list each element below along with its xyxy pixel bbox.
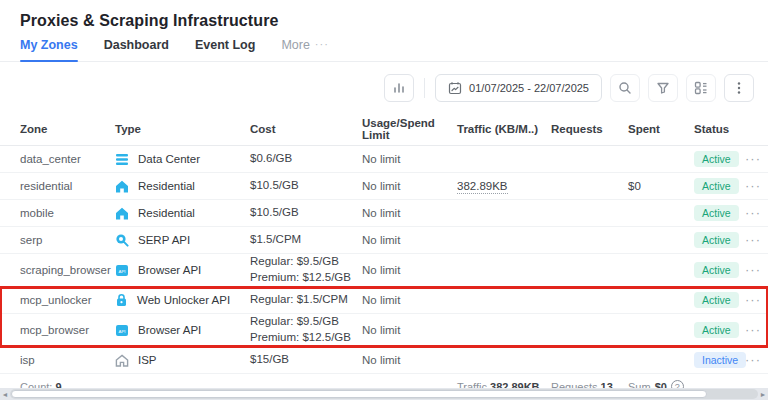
house-icon (115, 180, 129, 193)
column-header: Cost (250, 123, 362, 135)
status-badge: Inactive (694, 352, 746, 368)
zone-type-label: Web Unlocker API (137, 294, 230, 306)
zone-type-label: Residential (138, 207, 195, 219)
svg-text:API: API (118, 328, 125, 333)
server-icon (115, 153, 129, 166)
table-row[interactable]: mcp_browserAPIBrowser APIRegular: $9.5/G… (0, 314, 768, 347)
table-row[interactable]: data_centerData Center$0.6/GBNo limitAct… (0, 146, 768, 173)
table-header-row: ZoneTypeCostUsage/Spend LimitTraffic (KB… (0, 112, 768, 146)
column-header: Requests (551, 123, 628, 135)
zone-cost: $10.5/GB (250, 205, 362, 221)
horizontal-scrollbar[interactable]: ◄ ► (0, 388, 768, 400)
zone-type: SERP API (115, 233, 250, 247)
zone-type-label: Browser API (138, 264, 201, 276)
table-row[interactable]: ispISP$15/GBNo limitInactive··· (0, 347, 768, 374)
table-menu-button[interactable] (724, 74, 754, 102)
filter-button[interactable] (648, 74, 678, 102)
status-badge: Active (694, 322, 739, 338)
browser-api-icon: API (115, 324, 129, 337)
row-actions-kebab-icon[interactable]: ··· (744, 181, 762, 191)
status-cell: Active (694, 232, 744, 248)
row-actions-kebab-icon[interactable]: ··· (744, 295, 762, 305)
search-button[interactable] (610, 74, 640, 102)
zone-type: Data Center (115, 153, 250, 166)
toolbar-divider (424, 78, 425, 98)
table-body: data_centerData Center$0.6/GBNo limitAct… (0, 146, 768, 374)
scroll-right-arrow-icon[interactable]: ► (758, 391, 768, 398)
status-cell: Active (694, 178, 744, 194)
status-cell: Inactive (694, 352, 744, 368)
status-cell: Active (694, 322, 744, 338)
zone-name: mobile (20, 207, 115, 219)
table-row[interactable]: mcp_unlockerWeb Unlocker APIRegular: $1.… (0, 287, 768, 314)
lock-icon (115, 293, 128, 307)
zone-name: mcp_browser (20, 324, 115, 336)
calendar-icon (448, 81, 462, 95)
status-badge: Active (694, 232, 739, 248)
zone-cost: Regular: $1.5/CPM (250, 292, 362, 308)
usage-spend-limit: No limit (362, 207, 457, 219)
table-row[interactable]: mobileResidential$10.5/GBNo limitActive·… (0, 200, 768, 227)
date-range-picker[interactable]: 01/07/2025 - 22/07/2025 (435, 74, 602, 102)
tab-more-label: More (281, 38, 309, 52)
status-cell: Active (694, 262, 744, 278)
zone-spent: $0 (628, 180, 694, 192)
table-toolbar: 01/07/2025 - 22/07/2025 (0, 62, 768, 112)
status-badge: Active (694, 292, 739, 308)
status-badge: Active (694, 262, 739, 278)
house-gray-icon (115, 354, 129, 367)
zone-name: data_center (20, 153, 115, 165)
zone-type: APIBrowser API (115, 324, 250, 337)
zone-type: Residential (115, 180, 250, 193)
customize-columns-button[interactable] (686, 74, 716, 102)
zone-type-label: Residential (138, 180, 195, 192)
table-row[interactable]: serpSERP API$1.5/CPMNo limitActive··· (0, 227, 768, 254)
browser-api-icon: API (115, 264, 129, 277)
zone-type-label: Data Center (138, 153, 200, 165)
row-actions-kebab-icon[interactable]: ··· (744, 235, 762, 245)
scroll-left-arrow-icon[interactable]: ◄ (0, 391, 10, 398)
zone-cost: $10.5/GB (250, 178, 362, 194)
zone-type: ISP (115, 354, 250, 367)
tab-dashboard[interactable]: Dashboard (104, 38, 169, 61)
date-range-value: 01/07/2025 - 22/07/2025 (469, 82, 589, 94)
zone-name: residential (20, 180, 115, 192)
table-row[interactable]: scraping_browserAPIBrowser APIRegular: $… (0, 254, 768, 287)
zone-cost: $0.6/GB (250, 151, 362, 167)
column-header: Status (694, 123, 744, 135)
row-actions-kebab-icon[interactable]: ··· (744, 265, 762, 275)
zone-name: scraping_browser (20, 264, 115, 276)
scrollbar-track[interactable] (10, 389, 758, 399)
zone-name: mcp_unlocker (20, 294, 115, 306)
row-actions-kebab-icon[interactable]: ··· (744, 325, 762, 335)
zone-cost: Regular: $9.5/GBPremium: $12.5/GB (250, 314, 362, 345)
search-badge-icon (115, 233, 129, 247)
scrollbar-thumb[interactable] (11, 390, 707, 398)
usage-spend-limit: No limit (362, 180, 457, 192)
column-header: Traffic (KB/M..) (457, 123, 551, 135)
zone-name: isp (20, 354, 115, 366)
table-row[interactable]: residentialResidential$10.5/GBNo limit38… (0, 173, 768, 200)
row-actions-kebab-icon[interactable]: ··· (744, 355, 762, 365)
column-header: Spent (628, 123, 694, 135)
usage-spend-limit: No limit (362, 294, 457, 306)
usage-spend-limit: No limit (362, 324, 457, 336)
row-actions-kebab-icon[interactable]: ··· (744, 208, 762, 218)
filter-funnel-icon (656, 81, 670, 95)
zone-cost: Regular: $9.5/GBPremium: $12.5/GB (250, 254, 362, 285)
usage-spend-limit: No limit (362, 354, 457, 366)
column-header: Zone (20, 123, 115, 135)
ellipsis-icon: ··· (315, 38, 329, 50)
row-actions-kebab-icon[interactable]: ··· (744, 154, 762, 164)
zone-name: serp (20, 234, 115, 246)
tab-more[interactable]: More ··· (281, 38, 328, 61)
chart-view-button[interactable] (384, 74, 414, 102)
status-badge: Active (694, 205, 739, 221)
bar-chart-icon (392, 81, 406, 95)
column-header: Type (115, 123, 250, 135)
column-header: Usage/Spend Limit (362, 117, 457, 141)
tab-event-log[interactable]: Event Log (195, 38, 255, 61)
columns-settings-icon (694, 81, 708, 95)
tab-my-zones[interactable]: My Zones (20, 38, 78, 61)
search-icon (618, 81, 632, 95)
